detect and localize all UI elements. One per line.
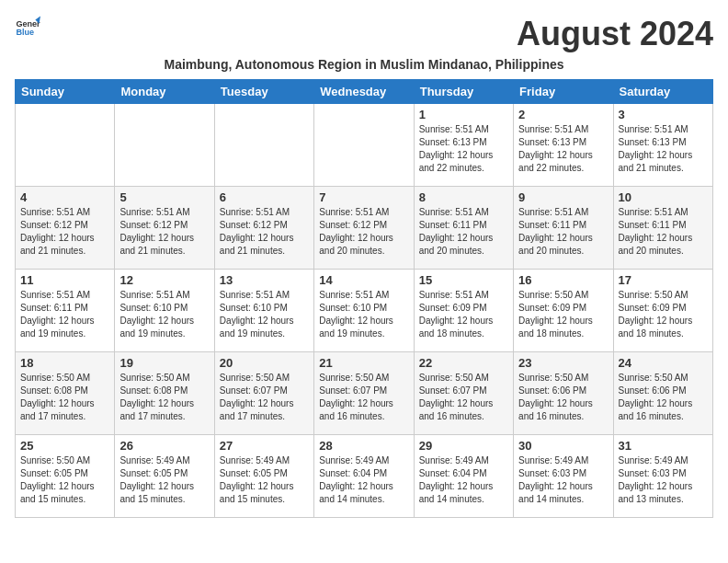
day-cell: 29Sunrise: 5:49 AMSunset: 6:04 PMDayligh… [414,435,513,518]
day-number: 4 [20,190,109,204]
day-info: Sunrise: 5:51 AMSunset: 6:13 PMDaylight:… [419,123,508,175]
header-friday: Friday [514,80,613,104]
day-number: 9 [518,190,608,204]
week-row-2: 4Sunrise: 5:51 AMSunset: 6:12 PMDaylight… [16,187,713,270]
day-cell: 10Sunrise: 5:51 AMSunset: 6:11 PMDayligh… [613,187,712,270]
day-number: 22 [419,356,508,370]
day-number: 28 [319,439,408,453]
day-info: Sunrise: 5:49 AMSunset: 6:03 PMDaylight:… [518,454,608,506]
day-cell: 14Sunrise: 5:51 AMSunset: 6:10 PMDayligh… [314,270,414,352]
day-cell: 3Sunrise: 5:51 AMSunset: 6:13 PMDaylight… [613,104,712,187]
day-number: 14 [319,273,408,287]
day-number: 24 [619,356,708,370]
day-cell: 27Sunrise: 5:49 AMSunset: 6:05 PMDayligh… [214,435,313,518]
day-number: 29 [419,439,508,453]
day-number: 5 [119,190,209,204]
day-number: 30 [518,439,608,453]
day-number: 3 [619,108,708,121]
day-info: Sunrise: 5:51 AMSunset: 6:12 PMDaylight:… [220,206,309,258]
header-thursday: Thursday [414,80,513,104]
day-number: 19 [119,356,209,370]
day-cell [16,104,115,187]
day-number: 17 [619,273,708,287]
day-cell: 20Sunrise: 5:50 AMSunset: 6:07 PMDayligh… [214,352,313,435]
day-info: Sunrise: 5:51 AMSunset: 6:11 PMDaylight:… [619,206,708,258]
day-info: Sunrise: 5:51 AMSunset: 6:10 PMDaylight:… [319,289,408,340]
day-number: 21 [319,356,408,370]
day-cell: 13Sunrise: 5:51 AMSunset: 6:10 PMDayligh… [214,270,313,352]
day-cell [314,104,414,187]
day-info: Sunrise: 5:50 AMSunset: 6:09 PMDaylight:… [619,289,708,340]
day-cell: 26Sunrise: 5:49 AMSunset: 6:05 PMDayligh… [115,435,214,518]
day-cell: 8Sunrise: 5:51 AMSunset: 6:11 PMDaylight… [414,187,513,270]
day-cell: 31Sunrise: 5:49 AMSunset: 6:03 PMDayligh… [613,435,712,518]
header-tuesday: Tuesday [214,80,313,104]
day-cell: 19Sunrise: 5:50 AMSunset: 6:08 PMDayligh… [115,352,214,435]
day-number: 2 [518,108,608,121]
day-cell: 4Sunrise: 5:51 AMSunset: 6:12 PMDaylight… [16,187,115,270]
day-number: 10 [619,190,708,204]
day-info: Sunrise: 5:50 AMSunset: 6:06 PMDaylight:… [619,372,708,423]
day-cell: 21Sunrise: 5:50 AMSunset: 6:07 PMDayligh… [314,352,414,435]
day-info: Sunrise: 5:50 AMSunset: 6:05 PMDaylight:… [20,454,109,506]
day-number: 26 [119,439,209,453]
day-cell: 28Sunrise: 5:49 AMSunset: 6:04 PMDayligh… [314,435,414,518]
day-number: 7 [319,190,408,204]
day-cell: 25Sunrise: 5:50 AMSunset: 6:05 PMDayligh… [16,435,115,518]
day-number: 1 [419,108,508,121]
day-cell: 15Sunrise: 5:51 AMSunset: 6:09 PMDayligh… [414,270,513,352]
header-sunday: Sunday [16,80,115,104]
day-info: Sunrise: 5:50 AMSunset: 6:07 PMDaylight:… [319,372,408,423]
day-cell: 6Sunrise: 5:51 AMSunset: 6:12 PMDaylight… [214,187,313,270]
day-info: Sunrise: 5:49 AMSunset: 6:05 PMDaylight:… [119,454,209,506]
calendar-table: SundayMondayTuesdayWednesdayThursdayFrid… [15,79,713,518]
logo-icon: General Blue [15,15,40,40]
day-number: 20 [220,356,309,370]
calendar-subtitle: Maimbung, Autonomous Region in Muslim Mi… [15,57,713,72]
day-info: Sunrise: 5:49 AMSunset: 6:05 PMDaylight:… [220,454,309,506]
day-cell [115,104,214,187]
week-row-4: 18Sunrise: 5:50 AMSunset: 6:08 PMDayligh… [16,352,713,435]
day-info: Sunrise: 5:49 AMSunset: 6:03 PMDaylight:… [619,454,708,506]
day-number: 31 [619,439,708,453]
day-cell: 30Sunrise: 5:49 AMSunset: 6:03 PMDayligh… [514,435,613,518]
day-number: 15 [419,273,508,287]
day-info: Sunrise: 5:51 AMSunset: 6:09 PMDaylight:… [419,289,508,340]
day-info: Sunrise: 5:51 AMSunset: 6:13 PMDaylight:… [518,123,608,175]
day-info: Sunrise: 5:51 AMSunset: 6:11 PMDaylight:… [20,289,109,340]
day-info: Sunrise: 5:49 AMSunset: 6:04 PMDaylight:… [319,454,408,506]
day-info: Sunrise: 5:51 AMSunset: 6:10 PMDaylight:… [119,289,209,340]
header-monday: Monday [115,80,214,104]
day-info: Sunrise: 5:51 AMSunset: 6:12 PMDaylight:… [119,206,209,258]
day-cell: 5Sunrise: 5:51 AMSunset: 6:12 PMDaylight… [115,187,214,270]
day-number: 16 [518,273,608,287]
day-cell: 11Sunrise: 5:51 AMSunset: 6:11 PMDayligh… [16,270,115,352]
header-wednesday: Wednesday [314,80,414,104]
day-number: 8 [419,190,508,204]
day-cell: 1Sunrise: 5:51 AMSunset: 6:13 PMDaylight… [414,104,513,187]
header-row: SundayMondayTuesdayWednesdayThursdayFrid… [16,80,713,104]
day-number: 11 [20,273,109,287]
day-info: Sunrise: 5:51 AMSunset: 6:12 PMDaylight:… [319,206,408,258]
day-cell [214,104,313,187]
day-info: Sunrise: 5:50 AMSunset: 6:08 PMDaylight:… [20,372,109,423]
day-cell: 23Sunrise: 5:50 AMSunset: 6:06 PMDayligh… [514,352,613,435]
day-number: 6 [220,190,309,204]
day-number: 13 [220,273,309,287]
day-number: 23 [518,356,608,370]
day-cell: 9Sunrise: 5:51 AMSunset: 6:11 PMDaylight… [514,187,613,270]
day-number: 25 [20,439,109,453]
month-title: August 2024 [517,15,713,53]
day-cell: 17Sunrise: 5:50 AMSunset: 6:09 PMDayligh… [613,270,712,352]
day-cell: 16Sunrise: 5:50 AMSunset: 6:09 PMDayligh… [514,270,613,352]
day-cell: 24Sunrise: 5:50 AMSunset: 6:06 PMDayligh… [613,352,712,435]
day-cell: 22Sunrise: 5:50 AMSunset: 6:07 PMDayligh… [414,352,513,435]
day-cell: 7Sunrise: 5:51 AMSunset: 6:12 PMDaylight… [314,187,414,270]
day-info: Sunrise: 5:51 AMSunset: 6:11 PMDaylight:… [518,206,608,258]
svg-text:Blue: Blue [16,28,34,37]
day-info: Sunrise: 5:50 AMSunset: 6:07 PMDaylight:… [220,372,309,423]
week-row-5: 25Sunrise: 5:50 AMSunset: 6:05 PMDayligh… [16,435,713,518]
day-cell: 12Sunrise: 5:51 AMSunset: 6:10 PMDayligh… [115,270,214,352]
day-info: Sunrise: 5:50 AMSunset: 6:09 PMDaylight:… [518,289,608,340]
week-row-1: 1Sunrise: 5:51 AMSunset: 6:13 PMDaylight… [16,104,713,187]
